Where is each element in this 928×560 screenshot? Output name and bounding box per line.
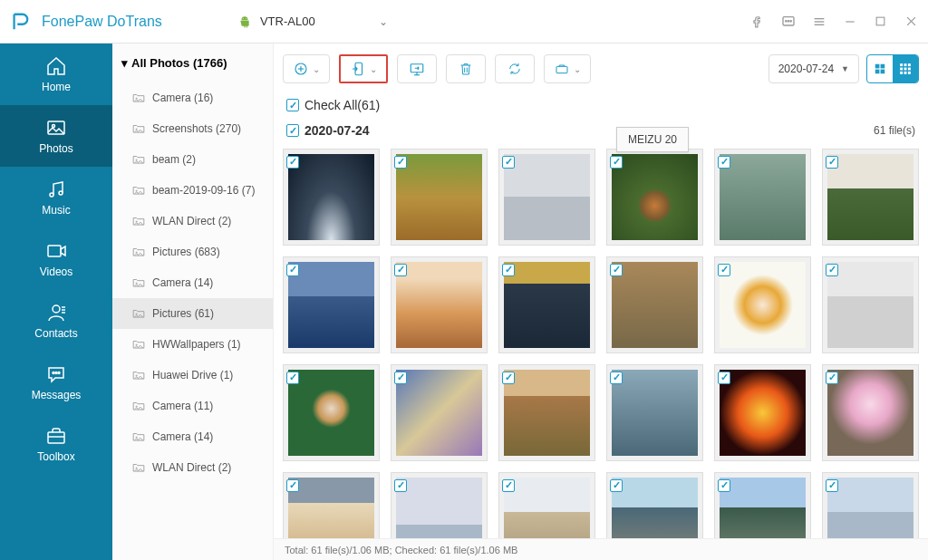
folder-item[interactable]: Camera (14) — [112, 421, 273, 452]
add-button[interactable]: ⌄ — [283, 54, 330, 83]
photo-thumbnail[interactable] — [283, 256, 380, 353]
thumbnail-checkbox[interactable] — [826, 479, 838, 492]
photo-thumbnail[interactable] — [822, 364, 919, 461]
photo-thumbnail[interactable] — [822, 256, 919, 353]
thumbnail-checkbox[interactable] — [502, 372, 515, 384]
photo-thumbnail[interactable] — [822, 472, 919, 538]
thumbnail-checkbox[interactable] — [502, 479, 515, 492]
folder-item[interactable]: Camera (11) — [112, 391, 273, 421]
photo-thumbnail[interactable] — [498, 472, 595, 538]
date-label: 2020-07-24 — [304, 123, 370, 138]
photo-thumbnail[interactable] — [714, 364, 811, 461]
sidebar-item-music[interactable]: Music — [0, 167, 112, 228]
thumbnail-checkbox[interactable] — [286, 264, 299, 276]
photo-thumbnail[interactable] — [498, 364, 595, 461]
folder-item[interactable]: Camera (16) — [112, 82, 273, 113]
photo-thumbnail[interactable] — [498, 149, 595, 246]
thumbnail-checkbox[interactable] — [718, 372, 730, 384]
thumbnail-checkbox[interactable] — [286, 479, 299, 492]
photo-thumbnail[interactable] — [498, 256, 595, 353]
device-selector[interactable]: VTR-AL00 ⌄ — [229, 9, 397, 34]
sidebar-item-label: Contacts — [34, 327, 77, 340]
photo-thumbnail[interactable] — [283, 472, 380, 538]
photo-thumbnail[interactable] — [714, 472, 811, 538]
thumbnail-checkbox[interactable] — [610, 264, 623, 276]
photo-thumbnail[interactable] — [283, 149, 380, 246]
check-all-checkbox[interactable] — [286, 99, 299, 111]
sidebar-item-toolbox[interactable]: Toolbox — [0, 413, 112, 475]
refresh-button[interactable] — [495, 54, 535, 83]
photo-thumbnail[interactable] — [714, 256, 811, 353]
folder-item[interactable]: WLAN Direct (2) — [112, 452, 273, 483]
thumbnail-checkbox[interactable] — [502, 156, 515, 169]
photo-thumbnail[interactable] — [391, 256, 488, 353]
minimize-button[interactable] — [841, 13, 859, 31]
date-checkbox[interactable] — [286, 124, 299, 137]
sidebar-item-photos[interactable]: Photos — [0, 105, 112, 167]
sidebar-item-videos[interactable]: Videos — [0, 228, 112, 290]
folder-item[interactable]: Pictures (61) — [112, 298, 273, 329]
folder-header[interactable]: ▾ All Photos (1766) — [112, 43, 273, 82]
maximize-button[interactable] — [872, 13, 890, 31]
folder-item[interactable]: Huawei Drive (1) — [112, 360, 273, 391]
photo-thumbnail[interactable] — [606, 472, 703, 538]
facebook-icon[interactable] — [749, 13, 767, 31]
sidebar-item-contacts[interactable]: Contacts — [0, 290, 112, 352]
export-to-pc-button[interactable] — [397, 54, 437, 83]
thumbnail-image — [288, 262, 374, 348]
sidebar-item-label: Photos — [39, 142, 72, 155]
folder-item[interactable]: beam (2) — [112, 144, 273, 175]
thumbnail-checkbox[interactable] — [394, 372, 407, 384]
sidebar-item-home[interactable]: Home — [0, 43, 112, 105]
thumbnail-checkbox[interactable] — [718, 264, 730, 276]
view-grid-large[interactable] — [867, 55, 893, 82]
photo-thumbnail[interactable] — [391, 364, 488, 461]
thumbnail-checkbox[interactable] — [718, 479, 730, 492]
export-to-device-button[interactable]: ⌄ — [339, 54, 388, 83]
photo-thumbnail[interactable] — [606, 149, 703, 246]
date-group-header: 2020-07-24 61 file(s) — [274, 118, 928, 143]
thumbnail-checkbox[interactable] — [826, 264, 838, 276]
photo-thumbnail[interactable] — [606, 364, 703, 461]
thumbnail-checkbox[interactable] — [610, 156, 623, 169]
folder-item[interactable]: Screenshots (270) — [112, 113, 273, 144]
delete-button[interactable] — [446, 54, 486, 83]
close-button[interactable] — [903, 13, 921, 31]
folder-item[interactable]: Pictures (683) — [112, 237, 273, 267]
svg-point-37 — [136, 406, 137, 407]
photo-thumbnail[interactable] — [714, 149, 811, 246]
more-button[interactable]: ⌄ — [544, 54, 591, 83]
grid-large-icon — [874, 63, 886, 75]
folder-item[interactable]: beam-2019-09-16 (7) — [112, 175, 273, 206]
svg-rect-55 — [900, 68, 903, 71]
thumbnail-checkbox[interactable] — [610, 479, 623, 492]
thumbnail-checkbox[interactable] — [610, 372, 623, 384]
thumbnail-checkbox[interactable] — [394, 479, 407, 492]
thumbnail-checkbox[interactable] — [826, 156, 838, 169]
folder-item[interactable]: Camera (14) — [112, 267, 273, 298]
thumbnail-checkbox[interactable] — [718, 156, 730, 169]
briefcase-icon — [554, 62, 570, 76]
thumbnail-checkbox[interactable] — [394, 156, 407, 169]
thumbnail-checkbox[interactable] — [502, 264, 515, 276]
folder-item[interactable]: HWWallpapers (1) — [112, 329, 273, 360]
thumbnail-checkbox[interactable] — [286, 156, 299, 169]
date-filter[interactable]: 2020-07-24 ▼ — [768, 54, 859, 83]
menu-icon[interactable] — [810, 13, 828, 31]
svg-point-27 — [136, 98, 137, 99]
thumbnail-checkbox[interactable] — [394, 264, 407, 276]
svg-point-35 — [136, 344, 137, 345]
thumbnail-checkbox[interactable] — [826, 372, 838, 384]
view-grid-small[interactable] — [893, 55, 918, 82]
photo-thumbnail[interactable] — [391, 149, 488, 246]
chevron-down-icon: ⌄ — [379, 15, 388, 28]
photo-thumbnail[interactable] — [606, 256, 703, 353]
folder-item[interactable]: WLAN Direct (2) — [112, 206, 273, 237]
sidebar-item-messages[interactable]: Messages — [0, 352, 112, 413]
thumbnail-checkbox[interactable] — [286, 372, 299, 384]
svg-point-24 — [58, 372, 60, 374]
feedback-icon[interactable] — [779, 13, 798, 31]
photo-thumbnail[interactable] — [822, 149, 919, 246]
photo-thumbnail[interactable] — [283, 364, 380, 461]
photo-thumbnail[interactable] — [391, 472, 488, 538]
